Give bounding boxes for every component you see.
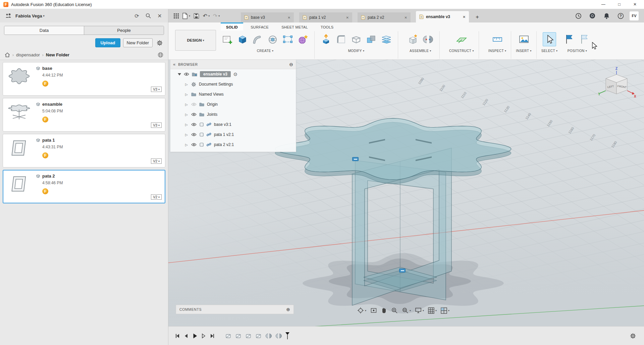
- create-menu[interactable]: CREATE▾: [257, 49, 274, 53]
- doc-tab-pata-2-v2[interactable]: pata 2 v2 ✕: [358, 12, 411, 22]
- combine-icon[interactable]: [365, 32, 378, 46]
- version-dropdown[interactable]: V3 ▾: [151, 87, 162, 92]
- add-comment-icon[interactable]: ⊕: [286, 307, 290, 312]
- activate-radio-icon[interactable]: ⊙: [233, 71, 237, 77]
- data-item-pata-1[interactable]: pata 1 4:43:31 PM F V2 ▾: [3, 134, 165, 167]
- timeline-component-feature[interactable]: [234, 332, 243, 340]
- close-window-button[interactable]: ✕: [633, 2, 637, 7]
- tab-solid[interactable]: SOLID: [221, 22, 243, 31]
- notifications-bell-icon[interactable]: [601, 11, 611, 21]
- tab-tools[interactable]: TOOLS: [315, 22, 339, 31]
- browser-row-joints[interactable]: ▷ Joints: [170, 109, 296, 119]
- data-item-ensamble[interactable]: ensamble 5:04:08 PM F V3 ▾: [3, 98, 165, 132]
- close-tab-icon[interactable]: ✕: [463, 15, 466, 19]
- timeline-step-forward-button[interactable]: [199, 332, 208, 340]
- visibility-eye-icon[interactable]: [191, 112, 197, 116]
- new-component-icon[interactable]: [406, 32, 420, 46]
- minimize-button[interactable]: —: [601, 2, 605, 7]
- maximize-button[interactable]: □: [618, 2, 621, 7]
- search-icon[interactable]: [144, 11, 153, 20]
- expand-arrow-icon[interactable]: ▷: [185, 133, 189, 137]
- hide-all-icon[interactable]: ⊖: [289, 62, 293, 67]
- pan-hand-icon[interactable]: [380, 306, 388, 315]
- timeline-settings-gear-icon[interactable]: [630, 333, 636, 339]
- revolve-icon[interactable]: [266, 32, 279, 46]
- measure-icon[interactable]: [491, 32, 504, 46]
- grid-snap-icon[interactable]: ▾: [427, 306, 438, 315]
- joint-icon[interactable]: [421, 32, 435, 46]
- root-component[interactable]: ensamble v3: [200, 71, 231, 77]
- doc-tab-pata-1-v2[interactable]: pata 1 v2 ✕: [299, 12, 352, 22]
- timeline-go-to-start-button[interactable]: [173, 332, 182, 340]
- version-dropdown[interactable]: V3 ▾: [151, 122, 162, 128]
- settings-gear-icon[interactable]: [155, 39, 164, 47]
- redo-icon[interactable]: ↷▾: [211, 11, 221, 21]
- refresh-icon[interactable]: ⟳: [132, 11, 141, 20]
- timeline-joint-feature[interactable]: [274, 332, 283, 340]
- workspace-selector[interactable]: DESIGN ▾: [175, 30, 216, 51]
- select-menu[interactable]: SELECT▾: [541, 49, 558, 53]
- timeline-go-to-end-button[interactable]: [208, 332, 217, 340]
- job-status-icon[interactable]: [587, 11, 597, 21]
- revert-position-icon[interactable]: [578, 32, 591, 46]
- undo-icon[interactable]: ↶▾: [201, 11, 211, 21]
- browser-row-base-v3-1[interactable]: ▷ base v3:1: [170, 119, 296, 130]
- visibility-eye-icon[interactable]: [191, 122, 197, 127]
- viewport[interactable]: 1090110011101120113011401150116011701180: [168, 60, 644, 326]
- tab-data[interactable]: Data: [4, 26, 84, 35]
- browser-row-pata-1-v2-1[interactable]: ▷ pata 1 v2:1: [170, 130, 296, 140]
- assemble-menu[interactable]: ASSEMBLE▾: [410, 49, 431, 53]
- pattern-icon[interactable]: [281, 32, 294, 46]
- close-tab-icon[interactable]: ✕: [346, 16, 349, 19]
- expand-arrow-icon[interactable]: ▷: [185, 143, 189, 147]
- account-group-icon[interactable]: [4, 11, 13, 20]
- expand-arrow-icon[interactable]: [178, 73, 181, 76]
- visibility-eye-icon[interactable]: [184, 72, 189, 76]
- joint-glyph[interactable]: [352, 157, 359, 161]
- user-menu[interactable]: Fabiola Vega ▾: [15, 13, 45, 18]
- data-item-base[interactable]: base 4:44:12 PM F V3 ▾: [3, 62, 165, 96]
- timeline-play-button[interactable]: [191, 332, 199, 340]
- sweep-icon[interactable]: [251, 32, 264, 46]
- visibility-eye-off-icon[interactable]: [191, 102, 197, 106]
- new-document-tab-button[interactable]: +: [476, 14, 479, 20]
- browser-row-document-settings[interactable]: ▷ Document Settings: [170, 79, 296, 89]
- doc-tab-ensamble-v3[interactable]: ensamble v3 ✕: [416, 11, 469, 22]
- browser-root-row[interactable]: ensamble v3 ⊙: [170, 69, 296, 79]
- timeline-joint-feature[interactable]: [264, 332, 273, 340]
- timeline-playhead[interactable]: [285, 332, 290, 340]
- orbit-icon[interactable]: ▾: [356, 306, 367, 315]
- file-menu-icon[interactable]: ▾: [181, 11, 191, 21]
- home-icon[interactable]: [5, 52, 10, 57]
- new-folder-button[interactable]: New Folder: [123, 38, 153, 47]
- position-menu[interactable]: POSITION▾: [568, 49, 587, 53]
- create-form-icon[interactable]: [296, 32, 310, 46]
- insert-menu[interactable]: INSERT▾: [516, 49, 531, 53]
- shell-icon[interactable]: [350, 32, 363, 46]
- display-settings-icon[interactable]: ▾: [414, 306, 425, 314]
- version-dropdown[interactable]: V2 ▾: [151, 158, 162, 164]
- viewports-icon[interactable]: ▾: [440, 306, 450, 315]
- browser-row-named-views[interactable]: ▷ Named Views: [170, 89, 296, 99]
- create-sketch-icon[interactable]: [221, 32, 234, 46]
- apps-grid-icon[interactable]: [171, 11, 181, 21]
- close-panel-icon[interactable]: ✕: [155, 11, 164, 20]
- tab-sheet-metal[interactable]: SHEET METAL: [276, 22, 313, 31]
- fillet-icon[interactable]: [334, 32, 348, 46]
- browser-row-origin[interactable]: ▷ Origin: [170, 99, 296, 109]
- select-tool-icon[interactable]: [543, 32, 556, 46]
- joint-glyph[interactable]: [399, 268, 406, 273]
- data-item-pata-2[interactable]: pata 2 4:58:46 PM F V2 ▾: [3, 170, 165, 203]
- user-avatar[interactable]: FV: [630, 11, 639, 20]
- expand-arrow-icon[interactable]: ▷: [185, 103, 189, 106]
- inspect-menu[interactable]: INSPECT▾: [488, 49, 506, 53]
- insert-image-icon[interactable]: [517, 32, 531, 46]
- timeline-component-feature[interactable]: [224, 332, 233, 340]
- capture-position-icon[interactable]: [563, 32, 576, 46]
- look-at-icon[interactable]: [369, 306, 378, 315]
- timeline-component-feature[interactable]: [244, 332, 253, 340]
- view-cube[interactable]: Z LEFT FRONT Y X: [596, 66, 637, 99]
- construct-plane-icon[interactable]: [455, 32, 468, 46]
- expand-arrow-icon[interactable]: ▷: [185, 83, 189, 86]
- breadcrumb-folder[interactable]: dispensador: [16, 52, 40, 57]
